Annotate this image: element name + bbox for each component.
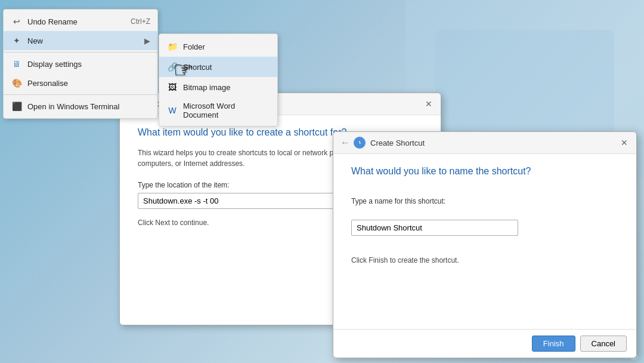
dialog-front-titlebar: ← Create Shortcut ✕ bbox=[333, 132, 636, 154]
menu-item-terminal-label: Open in Windows Terminal bbox=[27, 102, 150, 111]
submenu-folder-label: Folder bbox=[183, 42, 205, 51]
dialog-back-close[interactable]: ✕ bbox=[422, 97, 436, 111]
dialog-front-name-label: Type a name for this shortcut: bbox=[351, 197, 618, 205]
menu-divider-2 bbox=[4, 94, 157, 95]
finish-button[interactable]: Finish bbox=[532, 336, 575, 352]
menu-item-new-label: New bbox=[27, 36, 144, 45]
dialog-front-back-btn[interactable]: ← bbox=[340, 137, 350, 148]
undo-shortcut: Ctrl+Z bbox=[131, 17, 150, 26]
menu-item-personalise-label: Personalise bbox=[27, 79, 150, 88]
shortcut-icon: 🔗 bbox=[166, 61, 178, 73]
menu-item-new[interactable]: ✦ New ▶ bbox=[4, 31, 157, 50]
dialog-footer: Finish Cancel bbox=[333, 329, 636, 358]
submenu-shortcut-label: Shortcut bbox=[183, 63, 212, 72]
personalise-icon: 🎨 bbox=[11, 77, 23, 89]
bitmap-icon: 🖼 bbox=[166, 81, 178, 93]
dialog-front-name-input[interactable] bbox=[351, 220, 518, 236]
menu-item-open-terminal[interactable]: ⬛ Open in Windows Terminal bbox=[4, 97, 157, 116]
menu-item-undo-rename[interactable]: ↩ Undo Rename Ctrl+Z bbox=[4, 12, 157, 31]
dialog-create-shortcut-front: ← Create Shortcut ✕ What would you like … bbox=[333, 131, 637, 358]
submenu-item-word[interactable]: W Microsoft Word Document bbox=[159, 97, 277, 124]
new-icon: ✦ bbox=[11, 35, 23, 47]
submenu-item-bitmap[interactable]: 🖼 Bitmap image bbox=[159, 77, 277, 97]
menu-item-display-settings[interactable]: 🖥 Display settings bbox=[4, 54, 157, 73]
dialog-front-hint: Click Finish to create the shortcut. bbox=[351, 256, 618, 264]
submenu-bitmap-label: Bitmap image bbox=[183, 83, 230, 92]
submenu-word-label: Microsoft Word Document bbox=[183, 101, 270, 119]
submenu-arrow: ▶ bbox=[144, 36, 150, 45]
submenu-item-folder[interactable]: 📁 Folder bbox=[159, 36, 277, 57]
dialog-front-body: What would you like to name the shortcut… bbox=[333, 154, 636, 276]
menu-item-display-label: Display settings bbox=[27, 60, 150, 69]
dialog-front-title: Create Shortcut bbox=[370, 139, 629, 147]
menu-item-personalise[interactable]: 🎨 Personalise bbox=[4, 73, 157, 93]
folder-icon: 📁 bbox=[166, 41, 178, 53]
context-menu: ↩ Undo Rename Ctrl+Z ✦ New ▶ 🖥 Display s… bbox=[3, 9, 158, 119]
dialog-front-heading: What would you like to name the shortcut… bbox=[351, 166, 618, 177]
display-icon: 🖥 bbox=[11, 58, 23, 70]
dialog-front-close-btn[interactable]: ✕ bbox=[617, 136, 631, 150]
submenu-item-shortcut[interactable]: 🔗 Shortcut bbox=[159, 57, 277, 77]
submenu-new: 📁 Folder 🔗 Shortcut 🖼 Bitmap image W Mic… bbox=[159, 33, 278, 127]
menu-item-undo-label: Undo Rename bbox=[27, 17, 131, 26]
word-icon: W bbox=[166, 104, 178, 116]
menu-divider-1 bbox=[4, 52, 157, 53]
cancel-button[interactable]: Cancel bbox=[580, 336, 627, 352]
wizard-icon-front bbox=[354, 137, 366, 149]
undo-icon: ↩ bbox=[11, 16, 23, 27]
terminal-icon: ⬛ bbox=[11, 100, 23, 112]
